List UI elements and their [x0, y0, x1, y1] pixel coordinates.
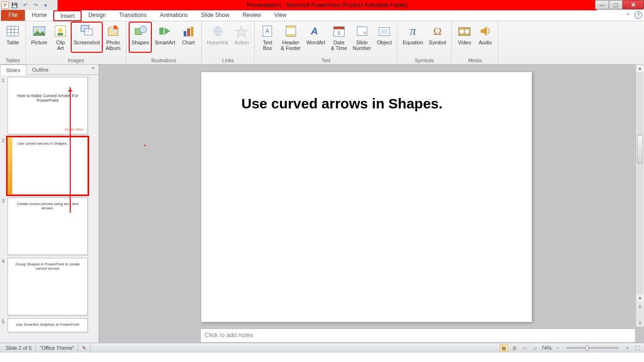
textbox-button[interactable]: AText Box: [257, 22, 277, 52]
scroll-thumb[interactable]: [637, 135, 643, 164]
quick-access-toolbar: 💾 ↶ ↷ ▾: [10, 1, 50, 9]
shapes-icon: [133, 24, 148, 39]
svg-point-16: [140, 26, 147, 33]
picture-button[interactable]: Picture: [29, 22, 50, 52]
maximize-button[interactable]: ▢: [609, 0, 623, 9]
header-footer-icon: [283, 24, 298, 39]
header-footer-button[interactable]: Header & Footer: [278, 22, 303, 52]
photoalbum-button[interactable]: Photo Album: [103, 22, 123, 52]
group-label-links: Links: [205, 57, 252, 64]
next-slide-icon[interactable]: ⭳: [636, 318, 644, 326]
slidenumber-icon: #: [355, 24, 370, 39]
object-button[interactable]: Object: [374, 22, 394, 52]
audio-button[interactable]: Audio: [475, 22, 495, 52]
wordart-button[interactable]: AWordArt: [304, 22, 328, 52]
tab-home[interactable]: Home: [25, 10, 53, 21]
zoom-handle[interactable]: [586, 345, 589, 351]
action-button[interactable]: Action: [231, 22, 251, 52]
minimize-button[interactable]: —: [595, 0, 609, 9]
normal-view-icon[interactable]: ▦: [500, 344, 508, 352]
smartart-button[interactable]: SmartArt: [152, 22, 177, 52]
hyperlink-button[interactable]: Hyperlink: [205, 22, 231, 52]
slide-thumb-3[interactable]: 3Create curved arrows using arcs and arr…: [2, 197, 98, 255]
redo-icon[interactable]: ↷: [31, 1, 40, 9]
slideshow-view-icon[interactable]: ▱: [531, 344, 539, 352]
zoom-out-icon[interactable]: −: [553, 344, 562, 352]
panel-close-icon[interactable]: ×: [87, 65, 99, 74]
tab-insert[interactable]: Insert: [53, 10, 82, 21]
svg-rect-25: [286, 26, 296, 28]
clipart-button[interactable]: Clip Art: [50, 22, 70, 52]
svg-point-36: [460, 29, 464, 33]
tab-animations[interactable]: Animations: [153, 10, 194, 21]
symbol-icon: Ω: [430, 24, 445, 39]
svg-point-14: [113, 25, 117, 30]
slide-canvas[interactable]: Use curved arrows in Shapes.: [201, 72, 532, 322]
canvas-area: Use curved arrows in Shapes. Click to ad…: [99, 65, 644, 343]
prev-slide-icon[interactable]: ⭱: [636, 303, 644, 311]
header-footer-label: Header & Footer: [281, 40, 300, 51]
svg-rect-9: [58, 33, 63, 36]
tab-review[interactable]: Review: [236, 10, 267, 21]
fit-window-icon[interactable]: ⛶: [634, 344, 642, 352]
zoom-level: 74%: [541, 345, 552, 351]
thumb-number: 2: [2, 137, 8, 195]
thumb-number: 5: [2, 318, 8, 332]
group-label-symbols: Symbols: [400, 57, 448, 64]
group-text: AText Box Header & Footer AWordArt 5Date…: [255, 21, 397, 64]
tab-view[interactable]: View: [268, 10, 293, 21]
ribbon-tabs: File Home Insert Design Transitions Anim…: [0, 10, 644, 21]
undo-icon[interactable]: ↶: [21, 1, 29, 9]
vertical-scrollbar[interactable]: ▲ ▼ ⭱ ◦ ⭳: [636, 65, 644, 327]
video-label: Video: [458, 40, 471, 51]
video-button[interactable]: Video: [454, 22, 474, 52]
panel-tab-slides[interactable]: Slides: [0, 65, 26, 75]
group-symbols: πEquation ΩSymbol Symbols: [397, 21, 452, 64]
chart-icon: [181, 24, 196, 39]
slide-thumb-4[interactable]: 4Group Shapes in PowerPoint to create cu…: [2, 258, 98, 315]
svg-point-37: [465, 29, 469, 33]
tab-slideshow[interactable]: Slide Show: [194, 10, 236, 21]
textbox-icon: A: [260, 24, 275, 39]
chart-button[interactable]: Chart: [179, 22, 198, 52]
slide-thumb-2[interactable]: 2Use curved arrows in Shapes.: [2, 137, 98, 195]
zoom-in-icon[interactable]: +: [623, 344, 632, 352]
window-title: Presentation1 - Microsoft PowerPoint (Pr…: [58, 0, 597, 10]
thumb-number: 1: [2, 77, 8, 134]
svg-rect-11: [84, 29, 92, 35]
group-label-images: Images: [29, 57, 123, 64]
minimize-ribbon-icon[interactable]: ^: [624, 11, 632, 19]
tab-transitions[interactable]: Transitions: [113, 10, 153, 21]
slidenumber-button[interactable]: #Slide Number: [350, 22, 373, 52]
tab-file[interactable]: File: [1, 10, 25, 21]
tab-design[interactable]: Design: [82, 10, 112, 21]
status-spellcheck-icon[interactable]: ✎: [78, 344, 91, 352]
slide-thumb-1[interactable]: 1How to Make Curved Arrows For PowerPoin…: [2, 77, 98, 134]
help-icon[interactable]: ?: [635, 11, 642, 19]
svg-text:A: A: [310, 26, 319, 37]
screenshot-button[interactable]: Screenshot: [71, 22, 102, 52]
shapes-button[interactable]: Shapes: [129, 22, 151, 52]
audio-label: Audio: [479, 40, 492, 51]
equation-button[interactable]: πEquation: [400, 22, 425, 52]
qat-customize-icon[interactable]: ▾: [41, 1, 50, 9]
symbol-button[interactable]: ΩSymbol: [427, 22, 449, 52]
close-button[interactable]: ✕: [622, 0, 644, 9]
scroll-down-icon[interactable]: ▼: [636, 295, 644, 302]
save-icon[interactable]: 💾: [10, 1, 19, 9]
scroll-up-icon[interactable]: ▲: [636, 65, 644, 72]
slide-thumb-5[interactable]: 5Use SmartArt Graphics in PowerPoint: [2, 318, 98, 332]
slide-title-text[interactable]: Use curved arrows in Shapes.: [241, 96, 443, 112]
select-browse-icon[interactable]: ◦: [636, 311, 644, 318]
table-button[interactable]: Table: [3, 22, 23, 52]
datetime-button[interactable]: 5Date & Time: [329, 22, 349, 52]
group-label-text: Text: [257, 57, 394, 64]
textbox-label: Text Box: [263, 40, 272, 51]
sorter-view-icon[interactable]: ⊞: [510, 344, 519, 352]
panel-tab-outline[interactable]: Outline: [26, 65, 54, 74]
svg-rect-29: [334, 27, 345, 30]
reading-view-icon[interactable]: ▭: [520, 344, 529, 352]
zoom-slider[interactable]: [567, 347, 619, 349]
notes-pane[interactable]: Click to add notes: [200, 329, 636, 343]
scroll-track[interactable]: [637, 72, 643, 294]
